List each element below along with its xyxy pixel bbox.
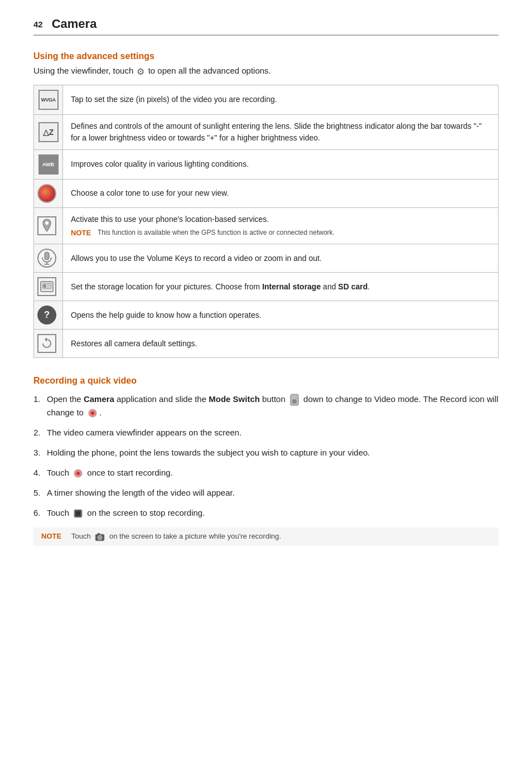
section-advanced-settings: Using the advanced settings Using the vi… [33, 51, 499, 358]
step-content-1: Open the Camera application and slide th… [47, 393, 499, 419]
step-2: 2. The video camera viewfinder appears o… [33, 426, 499, 439]
svg-point-0 [45, 221, 49, 225]
note-label-gps: NOTE [71, 227, 93, 239]
icon-cell-storage [34, 273, 63, 301]
table-row: Restores all camera default settings. [34, 330, 499, 358]
mode-switch-text: Mode Switch [209, 394, 260, 404]
step-content-3: Holding the phone, point the lens toward… [47, 446, 499, 459]
volume-icon [37, 249, 56, 268]
desc-storage: Set the storage location for your pictur… [63, 273, 499, 301]
table-row: Choose a color tone to use for your new … [34, 179, 499, 207]
reset-icon [37, 334, 56, 353]
step-num-6: 6. [33, 506, 47, 520]
table-row: AWB Improves color quality in various li… [34, 149, 499, 179]
desc-help: Opens the help guide to know how a funct… [63, 301, 499, 330]
table-row: △Z Defines and controls of the amount of… [34, 114, 499, 149]
svg-rect-6 [43, 284, 46, 288]
desc-brightness: Defines and controls of the amount of su… [63, 114, 499, 149]
desc-wvga: Tap to set the size (in pixels) of the v… [63, 85, 499, 114]
step-content-4: Touch once to start recording. [47, 466, 499, 480]
svg-rect-18 [98, 533, 100, 535]
steps-list: 1. Open the Camera application and slide… [33, 393, 499, 520]
icon-cell-awb: AWB [34, 149, 63, 179]
page-header: 42 Camera [33, 17, 499, 36]
step-4: 4. Touch once to start recording. [33, 466, 499, 480]
step-num-2: 2. [33, 426, 47, 439]
advanced-settings-intro: Using the viewfinder, touch ⚙ to open al… [33, 66, 499, 77]
svg-point-17 [99, 536, 101, 539]
svg-point-10 [91, 411, 94, 415]
icon-cell-help: ? [34, 301, 63, 330]
gps-icon [37, 216, 56, 235]
section-recording: Recording a quick video 1. Open the Came… [33, 376, 499, 546]
settings-gear-icon: ⚙ [137, 66, 144, 77]
step-5: 5. A timer showing the length of the vid… [33, 486, 499, 500]
mode-switch-icon [289, 394, 300, 406]
table-row: Activate this to use your phone's locati… [34, 207, 499, 244]
step-1: 1. Open the Camera application and slide… [33, 393, 499, 419]
advanced-settings-title: Using the advanced settings [33, 51, 499, 61]
icon-cell-volume [34, 244, 63, 273]
camera-note-icon [94, 532, 106, 541]
step-num-4: 4. [33, 466, 47, 480]
desc-reset: Restores all camera default settings. [63, 330, 499, 358]
note-label-recording: NOTE [41, 532, 66, 540]
record-icon-change [87, 409, 98, 418]
step-num-5: 5. [33, 486, 47, 500]
step-num-3: 3. [33, 446, 47, 459]
desc-gps: Activate this to use your phone's locati… [63, 207, 499, 244]
table-row: WVGA Tap to set the size (in pixels) of … [34, 85, 499, 114]
icon-cell-color [34, 179, 63, 207]
internal-storage-text: Internal storage [262, 282, 321, 291]
svg-point-12 [76, 472, 80, 475]
help-icon: ? [37, 306, 56, 325]
settings-table: WVGA Tap to set the size (in pixels) of … [33, 85, 499, 359]
note-text-gps: This function is available when the GPS … [98, 227, 335, 238]
storage-icon [37, 277, 56, 296]
icon-cell-gps [34, 207, 63, 244]
table-row: Set the storage location for your pictur… [34, 273, 499, 301]
note-block-recording: NOTE Touch on the screen to take a pictu… [33, 527, 499, 546]
sd-card-text: SD card [338, 282, 367, 291]
table-row: ? Opens the help guide to know how a fun… [34, 301, 499, 330]
svg-rect-1 [45, 252, 49, 260]
icon-cell-wvga: WVGA [34, 85, 63, 114]
step-content-2: The video camera viewfinder appears on t… [47, 426, 499, 439]
awb-icon: AWB [38, 154, 59, 175]
svg-rect-14 [76, 511, 80, 516]
page-title: Camera [52, 17, 97, 31]
stop-icon [72, 509, 84, 518]
note-text-recording: Touch on the screen to take a picture wh… [71, 532, 281, 541]
step-6: 6. Touch on the screen to stop recording… [33, 506, 499, 520]
step-num-1: 1. [33, 393, 47, 406]
record-start-icon [72, 469, 84, 478]
brightness-icon: △Z [38, 122, 59, 142]
step-3: 3. Holding the phone, point the lens tow… [33, 446, 499, 459]
color-icon [37, 184, 56, 203]
icon-cell-reset [34, 330, 63, 358]
desc-color: Choose a color tone to use for your new … [63, 179, 499, 207]
desc-awb: Improves color quality in various lighti… [63, 149, 499, 179]
page-number: 42 [33, 20, 43, 29]
step-content-6: Touch on the screen to stop recording. [47, 506, 499, 520]
table-row: Allows you to use the Volume Keys to rec… [34, 244, 499, 273]
step-content-5: A timer showing the length of the video … [47, 486, 499, 500]
camera-app-text: Camera [84, 394, 114, 404]
icon-cell-brightness: △Z [34, 114, 63, 149]
svg-point-8 [292, 399, 297, 404]
desc-volume: Allows you to use the Volume Keys to rec… [63, 244, 499, 273]
wvga-icon: WVGA [38, 90, 59, 110]
recording-title: Recording a quick video [33, 376, 499, 386]
